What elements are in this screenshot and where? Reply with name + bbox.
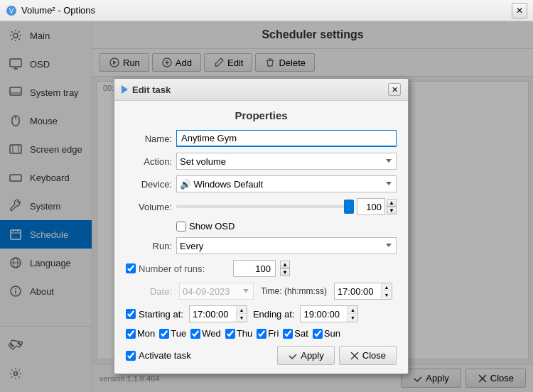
show-osd-row: Show OSD [126, 221, 397, 232]
volume-slider-container: ▲ ▼ [176, 198, 397, 215]
starting-at-input[interactable] [190, 306, 236, 322]
volume-down-button[interactable]: ▼ [387, 207, 397, 214]
time-input-group: ▲ ▼ [334, 283, 392, 300]
day-fri-label[interactable]: Fri [257, 328, 279, 339]
modal-body: Properties Name: Action: Set volume Mute… [114, 101, 408, 374]
modal-footer: Activate task Apply Close [126, 346, 397, 365]
title-bar-close-button[interactable]: ✕ [512, 3, 527, 18]
date-label: Date: [126, 286, 172, 297]
modal-apply-button[interactable]: Apply [277, 346, 335, 365]
activate-task-checkbox[interactable] [126, 351, 136, 361]
time-up-button[interactable]: ▲ [382, 283, 392, 291]
modal-close-icon [350, 351, 360, 361]
ending-at-label: Ending at: [253, 309, 295, 320]
time-spin-buttons: ▲ ▼ [381, 283, 392, 299]
starting-at-input-group: ▲ ▼ [189, 305, 247, 322]
volume-number-group: ▲ ▼ [357, 198, 397, 215]
volume-label: Volume: [126, 202, 172, 212]
date-time-row: Date: 04-09-2023 Time: (hh:mm:ss) ▲ ▼ [126, 283, 397, 300]
modal-titlebar-left: Edit task [122, 85, 171, 95]
ending-at-up-button[interactable]: ▲ [348, 306, 357, 314]
day-thu-checkbox[interactable] [225, 329, 235, 339]
volume-up-button[interactable]: ▲ [387, 199, 397, 207]
day-wed-label[interactable]: Wed [190, 328, 221, 339]
modal-overlay: Edit task ✕ Properties Name: Action: Set… [0, 21, 533, 392]
action-row: Action: Set volume Mute Unmute [126, 153, 397, 170]
show-osd-checkbox[interactable] [176, 222, 186, 232]
starting-at-down-button[interactable]: ▼ [237, 314, 247, 322]
day-thu-label[interactable]: Thu [225, 328, 252, 339]
starting-at-spin-buttons: ▲ ▼ [236, 306, 247, 322]
app-icon: V [6, 5, 17, 16]
action-label: Action: [126, 156, 172, 167]
time-input[interactable] [335, 283, 381, 299]
title-bar-title: Volume² - Options [21, 5, 95, 16]
num-runs-up-button[interactable]: ▲ [280, 261, 290, 268]
volume-spin-buttons: ▲ ▼ [387, 199, 397, 214]
name-label: Name: [126, 134, 172, 144]
time-label: Time: (hh:mm:ss) [261, 286, 327, 296]
ending-at-input[interactable] [301, 306, 347, 322]
num-runs-down-button[interactable]: ▼ [280, 268, 290, 276]
num-runs-spin-buttons: ▲ ▼ [280, 261, 290, 276]
starting-at-label[interactable]: Starting at: [126, 309, 183, 320]
volume-row: Volume: ▲ ▼ [126, 198, 397, 215]
day-fri-checkbox[interactable] [257, 329, 266, 339]
day-sun-checkbox[interactable] [313, 329, 323, 339]
day-sat-label[interactable]: Sat [283, 328, 308, 339]
modal-close-button[interactable]: ✕ [388, 83, 401, 96]
day-wed-checkbox[interactable] [190, 329, 200, 339]
modal-section-title: Properties [126, 109, 397, 121]
num-runs-checkbox[interactable] [126, 263, 136, 273]
ending-at-spin-buttons: ▲ ▼ [347, 306, 357, 322]
num-runs-row: Number of runs: ▲ ▼ [126, 260, 397, 277]
day-sun-label[interactable]: Sun [313, 328, 340, 339]
device-label: Device: [126, 179, 172, 190]
day-tue-checkbox[interactable] [159, 329, 169, 339]
num-runs-input[interactable] [233, 260, 276, 277]
title-bar-left: V Volume² - Options [6, 5, 95, 16]
svg-text:V: V [9, 7, 14, 15]
num-runs-label[interactable]: Number of runs: [126, 263, 229, 274]
day-tue-label[interactable]: Tue [159, 328, 186, 339]
ending-at-down-button[interactable]: ▼ [348, 314, 357, 322]
run-label: Run: [126, 241, 172, 251]
ending-at-input-group: ▲ ▼ [300, 305, 358, 322]
modal-dialog: Edit task ✕ Properties Name: Action: Set… [114, 78, 409, 374]
modal-title-text: Edit task [132, 85, 171, 95]
name-input[interactable] [176, 130, 397, 147]
modal-title-icon [122, 85, 128, 94]
modal-buttons: Apply Close [277, 346, 397, 365]
day-sat-checkbox[interactable] [283, 329, 293, 339]
run-select[interactable]: Every Once Daily Weekly [176, 237, 397, 254]
time-down-button[interactable]: ▼ [382, 291, 392, 299]
title-bar: V Volume² - Options ✕ [0, 0, 533, 21]
name-row: Name: [126, 130, 397, 147]
days-row: Mon Tue Wed Thu Fri [126, 328, 397, 339]
volume-slider[interactable] [176, 205, 354, 208]
run-row: Run: Every Once Daily Weekly [126, 237, 397, 254]
show-osd-label[interactable]: Show OSD [176, 221, 235, 232]
starting-at-up-button[interactable]: ▲ [237, 306, 247, 314]
volume-number-input[interactable] [357, 198, 385, 215]
date-select[interactable]: 04-09-2023 [179, 283, 254, 300]
modal-titlebar: Edit task ✕ [114, 79, 408, 101]
day-mon-checkbox[interactable] [126, 329, 136, 339]
activate-task-label[interactable]: Activate task [126, 350, 191, 361]
starting-at-checkbox[interactable] [126, 309, 136, 319]
day-mon-label[interactable]: Mon [126, 328, 155, 339]
modal-close-button[interactable]: Close [339, 346, 397, 365]
device-row: Device: 🔊 Windows Default [126, 175, 397, 192]
modal-apply-icon [288, 351, 298, 361]
device-select[interactable]: 🔊 Windows Default [176, 175, 397, 192]
action-select[interactable]: Set volume Mute Unmute [176, 153, 397, 170]
start-end-row: Starting at: ▲ ▼ Ending at: ▲ ▼ [126, 305, 397, 322]
